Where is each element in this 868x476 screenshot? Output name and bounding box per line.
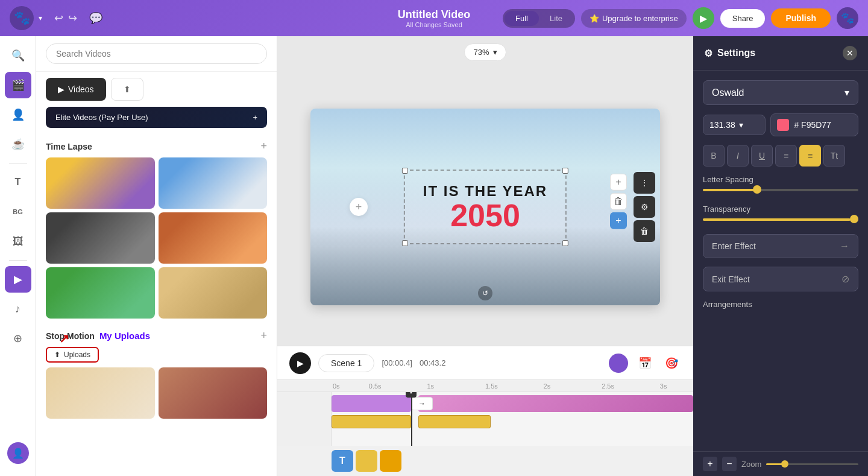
timelapse-thumb-1[interactable]	[46, 157, 155, 209]
comment-button[interactable]: 💬	[89, 11, 102, 25]
handle-tl[interactable]	[402, 168, 408, 174]
transparency-thumb[interactable]	[850, 215, 858, 223]
sidebar-divider-1	[9, 163, 27, 163]
music-sidebar-button[interactable]: ♪	[5, 296, 31, 322]
upload-icon: ⬆	[124, 84, 131, 94]
bold-button[interactable]: B	[703, 145, 725, 167]
time-start: [00:00.4]	[382, 358, 412, 367]
calendar-icon-button[interactable]: 📅	[635, 354, 655, 373]
action-dots-button[interactable]: ⋮	[634, 172, 655, 194]
track-label-3	[283, 430, 325, 446]
upgrade-button[interactable]: ⭐ Upgrade to enterprise	[581, 9, 687, 28]
timelapse-thumb-6[interactable]	[159, 267, 268, 319]
letter-spacing-thumb[interactable]	[753, 185, 761, 194]
topbar: 🐾 ▾ ↩ ↪ 💬 Untitled Video All Changes Sav…	[0, 0, 868, 36]
person-sidebar-button[interactable]: 👤	[5, 101, 31, 128]
handle-tr[interactable]	[562, 168, 568, 174]
align-button[interactable]: ≡	[799, 145, 821, 167]
search-sidebar-button[interactable]: 🔍	[5, 42, 31, 69]
text-overlay[interactable]: IT IS THE YEAR 2050	[404, 170, 567, 244]
transition-button[interactable]: →	[411, 397, 433, 410]
timelapse-thumb-5[interactable]	[46, 267, 155, 319]
transparency-section: Transparency	[703, 205, 858, 226]
transform-button[interactable]: Tt	[823, 145, 845, 167]
zoom-display[interactable]: 73% ▾	[464, 43, 506, 61]
italic-button[interactable]: I	[727, 145, 749, 167]
search-bar	[36, 36, 277, 72]
user-avatar-sidebar[interactable]: 👤	[7, 442, 29, 464]
settings-close-button[interactable]: ✕	[843, 46, 857, 60]
clip-purple-1[interactable]	[332, 395, 411, 412]
canvas-add-right-button[interactable]: +	[610, 174, 627, 191]
scene-label[interactable]: Scene 1	[318, 354, 374, 372]
handle-bl[interactable]	[402, 240, 408, 246]
redo-button[interactable]: ↪	[68, 11, 77, 25]
letter-spacing-slider[interactable]	[703, 189, 858, 191]
preview-play-button[interactable]: ▶	[693, 7, 714, 29]
search-input[interactable]	[46, 43, 267, 64]
player-avatar[interactable]	[609, 354, 628, 373]
canvas-delete-right-button[interactable]: 🗑	[610, 193, 627, 210]
user-avatar-top[interactable]: 🐾	[837, 7, 858, 29]
view-mode-toggle: Full Lite	[503, 9, 575, 28]
videos-tab[interactable]: ▶ Videos	[46, 78, 106, 101]
handle-br[interactable]	[562, 240, 568, 246]
publish-button[interactable]: Publish	[771, 8, 831, 28]
full-mode-button[interactable]: Full	[505, 11, 539, 26]
zoom-slider-thumb[interactable]	[781, 460, 788, 468]
timelapse-thumb-3[interactable]	[46, 212, 155, 264]
video-sidebar-button[interactable]: 🎬	[5, 72, 31, 98]
undo-button[interactable]: ↩	[54, 11, 63, 25]
text-clip-yellow-2[interactable]	[380, 450, 401, 472]
font-selector[interactable]: Oswald ▾	[703, 80, 858, 105]
video-play-sidebar-button[interactable]: ▶	[5, 266, 31, 293]
logo-dropdown-icon[interactable]: ▾	[39, 14, 42, 22]
zoom-in-button[interactable]: +	[703, 457, 717, 471]
stop-motion-thumb-1[interactable]	[46, 367, 155, 419]
transparency-slider[interactable]	[703, 218, 858, 221]
canvas-blue-add-button[interactable]: +	[610, 212, 627, 229]
action-settings-button[interactable]: ⚙	[634, 196, 655, 218]
clip-pink-main[interactable]	[418, 395, 693, 412]
clip-yellow-2[interactable]	[418, 415, 491, 428]
share-button[interactable]: Share	[720, 9, 766, 28]
action-delete-button[interactable]: 🗑	[634, 220, 655, 242]
play-pause-button[interactable]: ▶	[289, 352, 311, 374]
player-bar: ▶ Scene 1 [00:00.4] 00:43.2 📅 🎯	[277, 346, 693, 379]
topbar-right: Full Lite ⭐ Upgrade to enterprise ▶ Shar…	[503, 7, 858, 29]
bg-sidebar-button[interactable]: BG	[5, 198, 31, 225]
exit-effect-icon: ⊘	[841, 273, 849, 285]
timelapse-thumb-4[interactable]	[159, 212, 268, 264]
text-sidebar-button[interactable]: T	[5, 169, 31, 195]
canvas-reset-button[interactable]: ↺	[478, 286, 492, 300]
font-size-selector[interactable]: 131.38 ▾	[703, 115, 766, 135]
elite-add-icon: +	[253, 113, 257, 122]
zoom-out-button[interactable]: −	[722, 457, 737, 471]
canvas-toolbar: 73% ▾	[277, 36, 693, 68]
clip-yellow-1[interactable]	[332, 415, 411, 428]
uploads-button[interactable]: ⬆ Uploads ↗	[46, 347, 99, 363]
color-picker[interactable]: # F95D77	[770, 113, 858, 136]
exit-effect-row[interactable]: Exit Effect ⊘	[703, 267, 858, 291]
upload-tab[interactable]: ⬆	[111, 78, 143, 101]
timelapse-thumb-2[interactable]	[159, 157, 268, 209]
sticker-sidebar-button[interactable]: ☕	[5, 131, 31, 157]
list-button[interactable]: ≡	[775, 145, 797, 167]
enter-effect-row[interactable]: Enter Effect →	[703, 234, 858, 258]
elite-videos-bar[interactable]: Elite Videos (Pay Per Use) +	[46, 107, 267, 128]
font-dropdown-icon: ▾	[844, 87, 849, 98]
text-clip-T[interactable]: T	[332, 450, 353, 472]
timelapse-add-button[interactable]: +	[260, 140, 267, 153]
stop-motion-thumb-2[interactable]	[159, 367, 268, 419]
app-logo[interactable]: 🐾	[10, 6, 34, 30]
canvas-left-add-button[interactable]: +	[350, 198, 368, 216]
plus-sidebar-button[interactable]: ⊕	[5, 325, 31, 352]
stop-motion-add-button[interactable]: +	[260, 329, 267, 342]
target-icon-button[interactable]: 🎯	[662, 354, 681, 373]
text-clip-yellow-1[interactable]	[356, 450, 377, 472]
zoom-slider[interactable]	[766, 463, 858, 465]
lite-mode-button[interactable]: Lite	[539, 11, 573, 26]
image-sidebar-button[interactable]: 🖼	[5, 228, 31, 255]
underline-button[interactable]: U	[751, 145, 773, 167]
playhead[interactable]: ▼	[411, 392, 412, 446]
